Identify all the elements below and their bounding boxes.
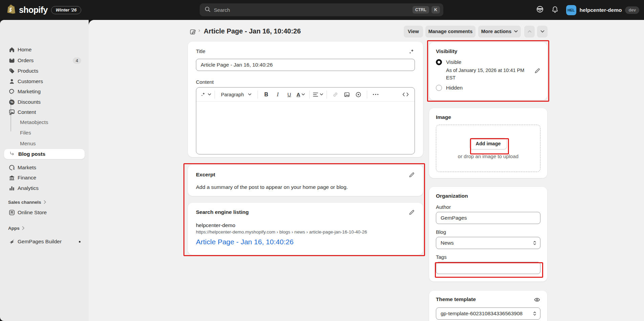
sidebar-item-analytics[interactable]: Analytics xyxy=(4,183,85,193)
gempages-icon xyxy=(8,238,15,245)
markets-globe-icon: $ xyxy=(8,164,15,171)
image-icon xyxy=(344,92,350,98)
orders-count-badge: 4 xyxy=(73,57,81,64)
notifications-bell-icon[interactable] xyxy=(551,6,559,15)
marketing-icon xyxy=(8,88,15,95)
ai-sparkle-icon[interactable] xyxy=(408,48,415,56)
sidebar-item-discounts[interactable]: % Discounts xyxy=(4,97,85,107)
chevron-down-icon xyxy=(248,93,251,96)
code-icon xyxy=(402,92,409,97)
preview-eye-icon[interactable] xyxy=(534,296,540,304)
seo-result-title-link[interactable]: Article Page - Jan 16, 10:40:26 xyxy=(196,238,415,246)
insert-link-button[interactable] xyxy=(330,90,340,100)
underline-button[interactable]: U xyxy=(284,90,294,100)
add-image-button[interactable]: Add image xyxy=(469,138,507,149)
sidebar-item-products[interactable]: Products xyxy=(4,66,85,76)
sidebar-item-metaobjects[interactable]: Metaobjects xyxy=(4,117,85,127)
author-label: Author xyxy=(436,204,540,210)
tags-label: Tags xyxy=(436,254,540,260)
align-left-icon xyxy=(313,92,318,97)
sales-channels-header[interactable]: Sales channels xyxy=(8,197,46,207)
dev-mode-icon[interactable] xyxy=(536,5,544,15)
theme-template-card: Theme template gp-template-6023108343365… xyxy=(429,291,547,321)
shopify-logo[interactable]: shopify Winter '26 xyxy=(0,4,81,16)
editor-toolbar: Paragraph B I U A xyxy=(196,88,415,102)
sidebar-item-content[interactable]: Content xyxy=(4,107,85,117)
rich-text-editor: Paragraph B I U A xyxy=(196,87,415,154)
insert-image-button[interactable] xyxy=(342,90,352,100)
title-input[interactable] xyxy=(196,59,415,71)
seo-card: Search engine listing helpcenter-demo ht… xyxy=(188,203,423,255)
radio-unselected-icon xyxy=(436,85,442,91)
paragraph-style-dropdown[interactable]: Paragraph xyxy=(218,90,254,100)
toolbar-divider xyxy=(309,91,310,99)
page-title: Article Page - Jan 16, 10:40:26 xyxy=(204,27,301,35)
editor-body[interactable] xyxy=(196,102,415,154)
chevron-down-icon xyxy=(540,30,545,33)
text-color-button[interactable]: A xyxy=(296,90,306,100)
sidebar-item-markets[interactable]: $ Markets xyxy=(4,163,85,173)
text-align-button[interactable] xyxy=(313,90,323,100)
visible-radio-option[interactable]: Visible xyxy=(436,59,540,65)
shopify-wordmark: shopify xyxy=(19,5,48,15)
next-post-button[interactable] xyxy=(537,26,548,37)
show-html-button[interactable] xyxy=(400,90,410,100)
shortcut-ctrl-key: CTRL xyxy=(413,6,429,14)
subitem-arrow-icon xyxy=(9,151,16,157)
hidden-radio-option[interactable]: Hidden xyxy=(436,85,540,91)
image-card: Image Add image or drop an image to uplo… xyxy=(429,108,547,178)
seo-breadcrumb-url: https://helpcenter-demo.myshopify.com › … xyxy=(196,229,415,234)
toolbar-divider xyxy=(215,91,215,99)
content-icon xyxy=(8,109,15,116)
more-formatting-button[interactable] xyxy=(371,90,381,100)
edit-excerpt-pencil-icon[interactable] xyxy=(408,172,415,179)
insert-video-button[interactable] xyxy=(353,90,363,100)
more-actions-button[interactable]: More actions xyxy=(478,26,521,37)
image-dropzone[interactable]: Add image or drop an image to upload xyxy=(436,125,540,172)
sidebar-item-gempages-builder[interactable]: GemPages Builder xyxy=(4,237,85,247)
breadcrumb-chevron: › xyxy=(198,27,200,34)
select-chevrons-icon xyxy=(533,240,537,246)
chevron-down-icon xyxy=(302,93,305,96)
sidebar-item-orders[interactable]: Orders 4 xyxy=(4,55,85,66)
video-play-icon xyxy=(355,92,361,98)
excerpt-card: Excerpt Add a summary of the post to app… xyxy=(188,165,423,196)
sidebar-item-marketing[interactable]: Marketing xyxy=(4,87,85,97)
online-store-icon xyxy=(8,209,15,216)
ai-magic-button[interactable] xyxy=(200,90,211,100)
orders-icon xyxy=(8,57,15,64)
topbar: shopify Winter '26 Search CTRL K HEL hel… xyxy=(0,0,644,20)
env-badge: dev xyxy=(625,6,639,14)
organization-label: Organization xyxy=(436,193,540,199)
search-icon xyxy=(204,6,211,14)
radio-selected-icon xyxy=(436,59,442,65)
sidebar-item-blog-posts[interactable]: Blog posts xyxy=(4,149,85,159)
search-input[interactable]: Search CTRL K xyxy=(200,3,443,16)
search-placeholder: Search xyxy=(214,7,410,13)
bold-button[interactable]: B xyxy=(261,90,271,100)
account-menu[interactable]: HEL helpcenter-demo dev xyxy=(566,5,639,15)
compose-page-icon xyxy=(190,28,196,36)
view-button[interactable]: View xyxy=(404,26,423,37)
ellipsis-icon xyxy=(373,94,379,95)
edit-visibility-pencil-icon[interactable] xyxy=(534,68,540,82)
sidebar-item-files[interactable]: Files xyxy=(4,128,85,138)
author-input[interactable] xyxy=(436,212,540,224)
visibility-label: Visibility xyxy=(436,48,540,54)
link-icon xyxy=(332,92,338,98)
shopify-bag-icon xyxy=(7,4,16,16)
sidebar-item-menus[interactable]: Menus xyxy=(4,139,85,149)
sidebar-item-finance[interactable]: Finance xyxy=(4,173,85,183)
italic-button[interactable]: I xyxy=(273,90,283,100)
sidebar-item-home[interactable]: Home xyxy=(4,45,85,55)
visibility-card: Visibility Visible As of January 15, 202… xyxy=(429,42,547,100)
theme-template-select[interactable]: gp-template-602310834336563908 xyxy=(436,307,540,320)
sidebar-item-online-store[interactable]: Online Store xyxy=(4,207,85,218)
previous-post-button[interactable] xyxy=(524,26,535,37)
blog-select[interactable]: News xyxy=(436,237,540,249)
sidebar-item-customers[interactable]: Customers xyxy=(4,76,85,87)
tags-input[interactable] xyxy=(436,262,540,274)
edit-seo-pencil-icon[interactable] xyxy=(408,209,415,217)
apps-header[interactable]: Apps xyxy=(8,223,25,233)
manage-comments-button[interactable]: Manage comments xyxy=(425,26,475,37)
